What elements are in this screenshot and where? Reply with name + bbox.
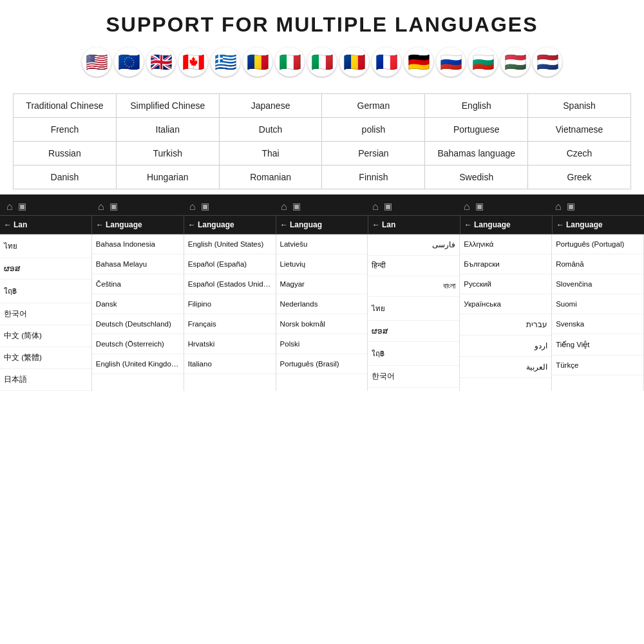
list-item[interactable]: Hrvatski	[184, 334, 276, 354]
lang-panel-2: Bahasa IndonesiaBahasa MelayuČeštinaDans…	[92, 234, 184, 391]
panel-header-label-1: Lan	[14, 220, 27, 229]
panel-header-label-6: Language	[474, 220, 511, 229]
lang-table-cell: English	[425, 94, 528, 118]
back-arrow-4[interactable]: ←	[280, 220, 288, 229]
panel-header-2: ← Language	[92, 216, 184, 234]
panel-header-label-5: Lan	[382, 220, 395, 229]
back-arrow-2[interactable]: ←	[96, 220, 104, 229]
list-item[interactable]: ใฤ฿	[368, 342, 459, 366]
list-item[interactable]: Français	[184, 314, 276, 334]
list-item[interactable]: Español (Estados Unidos)	[184, 274, 276, 294]
flag-gr: 🇬🇷	[211, 47, 240, 77]
home-icon-6: ⌂	[464, 201, 470, 213]
list-item[interactable]: English (United States)	[184, 234, 276, 254]
list-item[interactable]: ไทย	[368, 297, 459, 321]
list-item[interactable]: Lietuvių	[276, 254, 368, 274]
list-item[interactable]: Italiano	[184, 354, 276, 374]
list-item[interactable]: ไทย	[0, 234, 91, 258]
list-item[interactable]: English (United Kingdom)	[92, 354, 184, 374]
list-item[interactable]: Tiếng Việt	[552, 334, 643, 355]
flag-ca: 🇨🇦	[178, 47, 208, 77]
list-item[interactable]: ຜອສ	[0, 258, 91, 279]
flag-hu: 🇭🇺	[500, 47, 530, 77]
panel-header-1: ← Lan	[0, 216, 92, 234]
list-item[interactable]: Čeština	[92, 274, 184, 294]
list-item[interactable]: Nederlands	[276, 294, 368, 314]
back-arrow-3[interactable]: ←	[188, 220, 196, 229]
list-item[interactable]: Română	[552, 254, 643, 274]
list-item[interactable]: Español (España)	[184, 254, 276, 274]
list-item[interactable]: বাংলা	[368, 276, 459, 297]
flag-row: 🇺🇸 🇪🇺 🇬🇧 🇨🇦 🇬🇷 🇷🇴 🇮🇹 🇮🇹 🇷🇴 🇫🇷 🇩🇪 🇷🇺 🇧🇬 🇭…	[6, 47, 638, 77]
list-item[interactable]: العربية	[460, 357, 551, 378]
panel-icons-3: ⌂ ▣	[185, 198, 276, 215]
list-item[interactable]: Українська	[460, 294, 551, 314]
panel-header-label-4: Languag	[290, 220, 322, 229]
list-item[interactable]: Русский	[460, 274, 551, 294]
list-item[interactable]: Latviešu	[276, 234, 368, 254]
list-item[interactable]: ใฤ฿	[0, 279, 91, 303]
list-item[interactable]: Suomi	[552, 294, 643, 314]
list-item[interactable]: اردو	[460, 336, 551, 357]
lang-table-cell: Japanese	[219, 94, 322, 118]
list-item[interactable]: 한국어	[368, 366, 459, 388]
list-item[interactable]: Filipino	[184, 294, 276, 314]
lang-panel-3: English (United States)Español (España)E…	[184, 234, 276, 391]
flag-de: 🇩🇪	[404, 47, 433, 77]
list-item[interactable]: فارسی	[368, 234, 459, 256]
flag-ru: 🇷🇺	[436, 47, 466, 77]
list-item[interactable]: Dansk	[92, 294, 184, 314]
list-item[interactable]: Svenska	[552, 314, 643, 334]
lang-table-cell: Vietnamese	[528, 118, 631, 142]
panel-icons-2: ⌂ ▣	[94, 198, 184, 215]
image-icon-7: ▣	[567, 201, 575, 213]
list-item[interactable]: 中文 (简体)	[0, 325, 91, 347]
list-item[interactable]: 中文 (繁體)	[0, 347, 91, 369]
panel-icons-7: ⌂ ▣	[551, 198, 641, 215]
back-arrow-1[interactable]: ←	[4, 220, 12, 229]
panel-header-label-3: Language	[198, 220, 234, 229]
lang-table-cell: Russian	[14, 142, 117, 166]
back-arrow-6[interactable]: ←	[464, 220, 472, 229]
list-item[interactable]: 日本語	[0, 369, 91, 391]
list-item[interactable]: עברית	[460, 314, 551, 336]
list-item[interactable]: Български	[460, 254, 551, 274]
page-title: SUPPORT FOR MULTIPLE LANGUAGES	[6, 13, 638, 37]
list-item[interactable]: Bahasa Melayu	[92, 254, 184, 274]
flag-gb: 🇬🇧	[146, 47, 176, 77]
lang-table-cell: Bahamas language	[425, 142, 528, 166]
panel-icons-5: ⌂ ▣	[368, 198, 459, 215]
list-item[interactable]: Magyar	[276, 274, 368, 294]
back-arrow-5[interactable]: ←	[372, 220, 380, 229]
list-item[interactable]: Deutsch (Österreich)	[92, 334, 184, 354]
list-item[interactable]: Bahasa Indonesia	[92, 234, 184, 254]
list-item[interactable]: ຜອສ	[368, 321, 459, 342]
list-item[interactable]: Português (Portugal)	[552, 234, 643, 254]
flag-nl: 🇳🇱	[533, 47, 562, 77]
lang-table-cell: Turkish	[116, 142, 219, 166]
list-item[interactable]: Português (Brasil)	[276, 354, 368, 374]
lang-table-cell: French	[14, 118, 117, 142]
panel-header-label-7: Language	[566, 220, 603, 229]
list-item[interactable]: Slovenčina	[552, 274, 643, 294]
list-item[interactable]: 한국어	[0, 303, 91, 325]
lang-table-cell: Finnish	[322, 166, 425, 189]
lang-panel-4: LatviešuLietuviųMagyarNederlandsNorsk bo…	[276, 234, 368, 391]
lang-table-cell: Greek	[528, 166, 631, 189]
list-item[interactable]: Türkçe	[552, 355, 643, 375]
list-item[interactable]: Norsk bokmål	[276, 314, 368, 334]
list-item[interactable]: Ελληνικά	[460, 234, 551, 254]
lang-panel-7: Português (Portugal)RomânăSlovenčinaSuom…	[552, 234, 644, 391]
image-icon-4: ▣	[292, 201, 301, 213]
panel-header-label-2: Language	[106, 220, 142, 229]
list-item[interactable]: हिन्दी	[368, 256, 459, 276]
list-item[interactable]: Deutsch (Deutschland)	[92, 314, 184, 334]
back-arrow-7[interactable]: ←	[556, 220, 564, 229]
panel-icon-bars: ⌂ ▣ ⌂ ▣ ⌂ ▣ ⌂ ▣ ⌂ ▣ ⌂ ▣ ⌂ ▣	[0, 194, 644, 215]
list-item[interactable]: Polski	[276, 334, 368, 354]
lang-table-cell: Dutch	[219, 118, 322, 142]
lang-table-cell: Swedish	[425, 166, 528, 189]
flag-it2: 🇮🇹	[307, 47, 337, 77]
language-table-container: Traditional ChineseSimplified ChineseJap…	[0, 93, 644, 194]
panel-icons-6: ⌂ ▣	[460, 198, 550, 215]
